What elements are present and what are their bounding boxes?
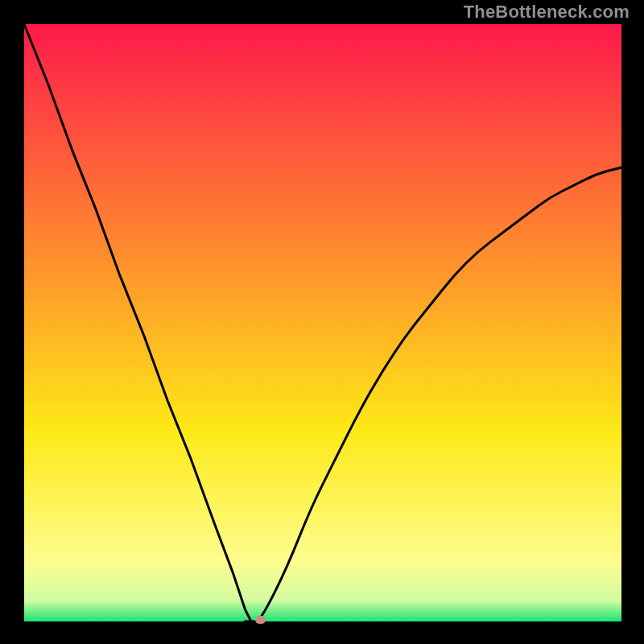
chart-frame: TheBottleneck.com: [0, 0, 644, 644]
minimum-marker: [255, 616, 266, 624]
bottleneck-chart: [24, 24, 621, 621]
gradient-background: [24, 24, 621, 621]
watermark-text: TheBottleneck.com: [464, 2, 630, 23]
